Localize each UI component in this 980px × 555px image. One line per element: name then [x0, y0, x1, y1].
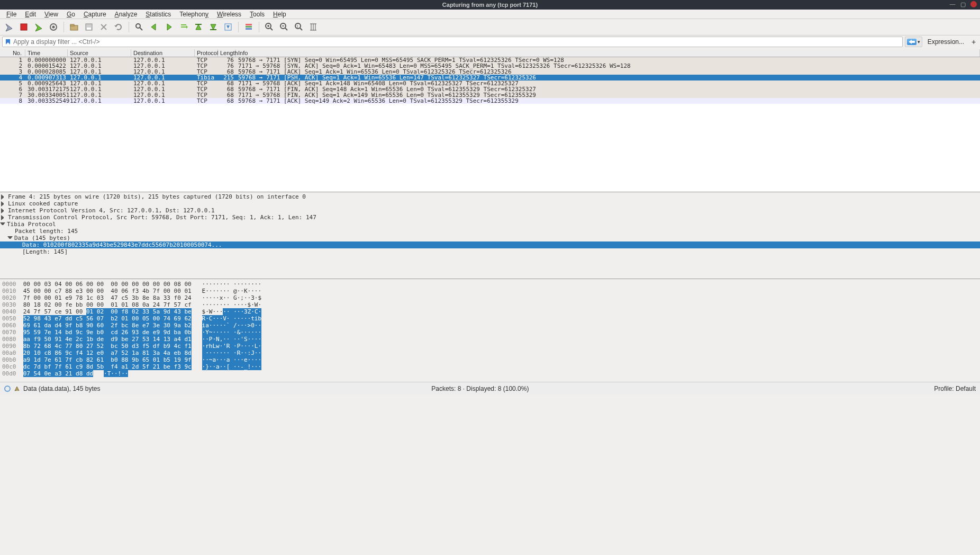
detail-row[interactable]: Frame 4: 215 bytes on wire (1720 bits), … — [0, 193, 980, 200]
hex-row[interactable]: 0030 80 18 02 00 fe bb 00 00 01 01 08 0a… — [2, 301, 978, 308]
reload-icon[interactable] — [113, 21, 124, 33]
col-source[interactable]: Source — [68, 49, 131, 57]
svg-rect-6 — [70, 24, 74, 26]
resize-columns-icon[interactable] — [308, 21, 320, 33]
find-icon[interactable] — [133, 21, 145, 33]
hex-row[interactable]: 00b0 a9 1d 7e 61 7f cb 82 61 b0 88 9b 65… — [2, 356, 978, 363]
status-profile[interactable]: Profile: Default — [934, 385, 976, 392]
svg-marker-0 — [6, 24, 12, 31]
open-file-icon[interactable] — [68, 21, 80, 33]
hex-row[interactable]: 0020 7f 00 00 01 e9 78 1c 03 47 c5 3b 8e… — [2, 294, 978, 301]
col-protocol[interactable]: Protocol — [195, 49, 218, 57]
packet-list[interactable]: 10.000000000127.0.0.1127.0.0.1TCP7659768… — [0, 57, 980, 192]
detail-row-selected[interactable]: Data: 010200f802335a9d43be529843e7ddc556… — [0, 241, 980, 248]
hex-row[interactable]: 0000 00 00 03 04 00 06 00 00 00 00 00 00… — [2, 281, 978, 288]
go-forward-icon[interactable] — [163, 21, 175, 33]
col-destination[interactable]: Destination — [131, 49, 195, 57]
svg-marker-45 — [909, 40, 915, 44]
colorize-icon[interactable] — [243, 21, 255, 33]
packet-row[interactable]: 830.003352549127.0.0.1127.0.0.1TCP685976… — [0, 98, 980, 104]
go-to-packet-icon[interactable] — [178, 21, 189, 33]
go-first-icon[interactable] — [193, 21, 204, 33]
svg-line-33 — [285, 28, 287, 30]
menu-tools[interactable]: Tools — [246, 11, 269, 18]
maximize-icon[interactable]: ▢ — [960, 1, 966, 7]
col-length[interactable]: Length — [218, 49, 236, 57]
hex-row[interactable]: 0080 aa f9 50 91 4e 2c 1b de d9 be 27 53… — [2, 336, 978, 343]
detail-row[interactable]: Transmission Control Protocol, Src Port:… — [0, 214, 980, 221]
svg-rect-27 — [246, 28, 252, 30]
display-filter-input[interactable] — [2, 37, 903, 47]
zoom-out-icon[interactable] — [278, 21, 290, 33]
menu-file[interactable]: File — [2, 11, 21, 18]
col-info[interactable]: Info — [236, 49, 980, 57]
menu-capture[interactable]: Capture — [79, 11, 111, 18]
stop-status-icon[interactable] — [4, 386, 11, 392]
auto-scroll-icon[interactable] — [222, 21, 234, 33]
svg-point-12 — [136, 24, 140, 28]
toolbar: 1 — [0, 19, 980, 35]
start-capture-icon[interactable] — [3, 21, 15, 33]
hex-row[interactable]: 0050 52 98 43 e7 dd c5 56 07 b2 01 00 05… — [2, 315, 978, 322]
detail-row[interactable]: Packet length: 145 — [0, 228, 980, 235]
svg-line-13 — [140, 28, 142, 30]
packet-details[interactable]: Frame 4: 215 bytes on wire (1720 bits), … — [0, 192, 980, 279]
restart-capture-icon[interactable] — [33, 21, 44, 33]
hex-row[interactable]: 0090 8b 72 68 4c 77 80 27 52 bc 50 d3 f5… — [2, 343, 978, 350]
status-packet-count: Packets: 8 · Displayed: 8 (100.0%) — [431, 385, 529, 392]
window-title: Capturing from any (tcp port 7171) — [442, 2, 538, 8]
go-last-icon[interactable] — [207, 21, 219, 33]
svg-marker-15 — [167, 24, 171, 30]
stop-capture-icon[interactable] — [18, 21, 30, 33]
filter-direction-button[interactable]: ▾ — [905, 37, 922, 47]
hex-row[interactable]: 00a0 20 10 c8 86 9c f4 12 e0 a7 52 1a 81… — [2, 350, 978, 356]
detail-row[interactable]: Data (145 bytes) — [0, 235, 980, 241]
hex-row[interactable]: 0070 95 59 7e 14 bd 9c 9e b0 cd 26 93 de… — [2, 329, 978, 336]
detail-row[interactable]: [Length: 145] — [0, 248, 980, 255]
menu-edit[interactable]: Edit — [21, 11, 40, 18]
hex-row[interactable]: 00c0 dc 7d bf 7f 61 c9 8d 5b f4 a1 2d 5f… — [2, 363, 978, 370]
menu-wireless[interactable]: Wireless — [213, 11, 246, 18]
add-filter-button[interactable]: + — [969, 38, 978, 46]
col-time[interactable]: Time — [25, 49, 68, 57]
hex-row[interactable]: 0040 24 7f 57 ce 91 00 01 02 00 f8 02 33… — [2, 308, 978, 315]
svg-rect-8 — [87, 28, 91, 30]
hex-row[interactable]: 0060 69 61 da d4 9f b8 90 60 2f bc 8e e7… — [2, 322, 978, 329]
go-back-icon[interactable] — [148, 21, 160, 33]
svg-marker-21 — [211, 24, 216, 30]
status-bar: Data (data.data), 145 bytes Packets: 8 ·… — [0, 382, 980, 395]
svg-marker-18 — [186, 25, 188, 29]
filter-field[interactable] — [13, 38, 900, 46]
hex-view[interactable]: 0000 00 00 03 04 00 06 00 00 00 00 00 00… — [0, 279, 980, 382]
menu-help[interactable]: Help — [269, 11, 291, 18]
menu-statistics[interactable]: Statistics — [141, 11, 175, 18]
zoom-in-icon[interactable] — [264, 21, 275, 33]
svg-marker-2 — [35, 24, 42, 31]
save-file-icon[interactable] — [83, 21, 95, 33]
svg-marker-11 — [114, 25, 117, 27]
zoom-reset-icon[interactable]: 1 — [293, 21, 305, 33]
capture-options-icon[interactable] — [48, 21, 59, 33]
minimize-icon[interactable]: — — [949, 1, 956, 7]
detail-row[interactable]: Internet Protocol Version 4, Src: 127.0.… — [0, 207, 980, 214]
menu-telephony[interactable]: Telephony — [175, 11, 213, 18]
bookmark-icon[interactable] — [5, 39, 11, 45]
svg-marker-19 — [196, 24, 201, 30]
detail-row[interactable]: Tibia Protocol — [0, 221, 980, 228]
expert-info-icon[interactable] — [14, 386, 20, 392]
menu-bar: File Edit View Go Capture Analyze Statis… — [0, 10, 980, 19]
detail-row[interactable]: Linux cooked capture — [0, 200, 980, 207]
expression-button[interactable]: Expression... — [924, 37, 967, 47]
filter-bar: ▾ Expression... + — [0, 35, 980, 49]
menu-view[interactable]: View — [40, 11, 62, 18]
col-no[interactable]: No. — [0, 49, 25, 57]
menu-analyze[interactable]: Analyze — [111, 11, 142, 18]
svg-marker-14 — [151, 24, 156, 30]
svg-rect-17 — [181, 26, 186, 28]
hex-row[interactable]: 00d0 07 54 0e a3 21 d8 dd ·T··!·· — [2, 370, 978, 377]
close-icon[interactable] — [970, 1, 977, 7]
menu-go[interactable]: Go — [62, 11, 79, 18]
close-file-icon[interactable] — [98, 21, 110, 33]
hex-row[interactable]: 0010 45 00 00 c7 88 e3 00 00 40 06 f3 4b… — [2, 288, 978, 294]
svg-rect-1 — [21, 24, 27, 30]
